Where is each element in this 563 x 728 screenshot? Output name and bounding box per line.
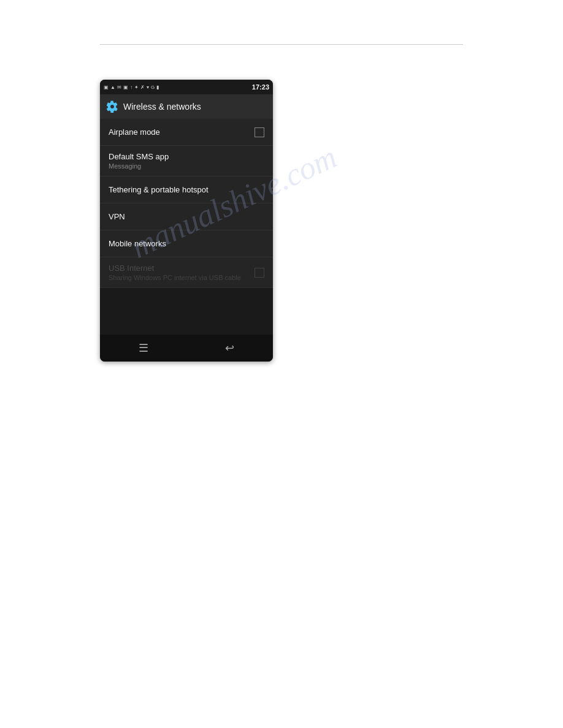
- tethering-title: Tethering & portable hotspot: [109, 185, 209, 194]
- status-icon-5: ↑: [130, 85, 132, 90]
- status-icon-1: ▣: [104, 85, 109, 90]
- default-sms-subtitle: Messaging: [109, 162, 169, 170]
- nav-bar: ☰ ↩: [100, 335, 273, 362]
- airplane-mode-title: Airplane mode: [109, 127, 160, 137]
- settings-item-tethering[interactable]: Tethering & portable hotspot: [100, 176, 273, 203]
- app-header: Wireless & networks: [100, 94, 273, 119]
- default-sms-content: Default SMS app Messaging: [109, 152, 169, 170]
- app-header-title: Wireless & networks: [123, 102, 201, 112]
- page-divider: [100, 44, 463, 45]
- tethering-content: Tethering & portable hotspot: [109, 185, 209, 194]
- settings-list: Airplane mode Default SMS app Messaging …: [100, 119, 273, 288]
- mobile-networks-content: Mobile networks: [109, 239, 166, 248]
- usb-internet-checkbox: [255, 268, 264, 278]
- status-icon-6: ✦: [134, 85, 139, 90]
- default-sms-title: Default SMS app: [109, 152, 169, 161]
- status-time: 17:23: [252, 83, 269, 91]
- battery-icon: ▮: [156, 85, 159, 90]
- airplane-mode-content: Airplane mode: [109, 127, 160, 137]
- status-icons: ▣ ▲ ✉ ▣ ↑ ✦ ✗ ▾ G ▮: [104, 85, 159, 90]
- status-icon-3: ✉: [117, 85, 121, 90]
- gear-icon: [106, 100, 118, 113]
- settings-item-default-sms[interactable]: Default SMS app Messaging: [100, 146, 273, 176]
- signal-icon: G: [151, 85, 155, 90]
- status-icon-4: ▣: [123, 85, 128, 90]
- airplane-mode-checkbox[interactable]: [255, 127, 264, 137]
- menu-icon[interactable]: ☰: [139, 341, 148, 355]
- mobile-networks-title: Mobile networks: [109, 239, 166, 248]
- settings-item-mobile-networks[interactable]: Mobile networks: [100, 230, 273, 257]
- status-icon-2: ▲: [110, 85, 115, 90]
- wifi-icon: ▾: [147, 85, 149, 90]
- settings-item-vpn[interactable]: VPN: [100, 203, 273, 230]
- phone-container: ▣ ▲ ✉ ▣ ↑ ✦ ✗ ▾ G ▮ 17:23 Wireless & net…: [100, 80, 273, 362]
- status-icon-7: ✗: [140, 85, 145, 90]
- usb-internet-title: USB Internet: [109, 264, 241, 273]
- settings-item-airplane-mode[interactable]: Airplane mode: [100, 119, 273, 146]
- usb-internet-subtitle: Sharing Windows PC internet via USB cabl…: [109, 274, 241, 281]
- back-icon[interactable]: ↩: [225, 341, 234, 355]
- vpn-content: VPN: [109, 212, 125, 221]
- settings-item-usb-internet: USB Internet Sharing Windows PC internet…: [100, 257, 273, 288]
- vpn-title: VPN: [109, 212, 125, 221]
- status-bar: ▣ ▲ ✉ ▣ ↑ ✦ ✗ ▾ G ▮ 17:23: [100, 80, 273, 94]
- usb-internet-content: USB Internet Sharing Windows PC internet…: [109, 264, 241, 281]
